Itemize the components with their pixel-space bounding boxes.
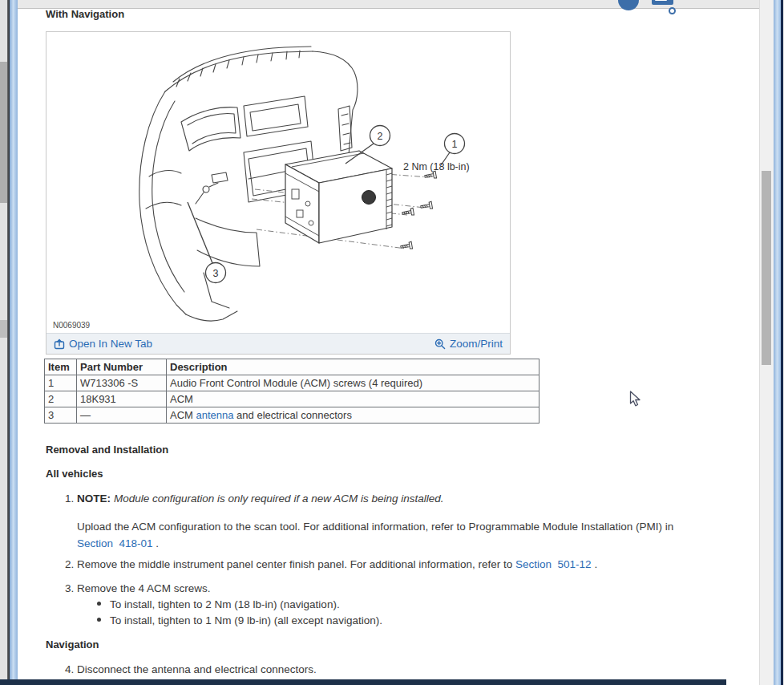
parts-table: Item Part Number Description 1 W713306 -… [44, 359, 540, 424]
zoom-print-label: Zoom/Print [450, 338, 503, 350]
open-in-new-tab-label: Open In New Tab [69, 338, 152, 350]
table-row: 1 W713306 -S Audio Front Control Module … [45, 375, 540, 391]
print-icon-slot [655, 0, 667, 1]
window-left-border [10, 0, 18, 685]
section-501-12-link[interactable]: Section 501-12 [515, 558, 592, 570]
screw-icons [400, 171, 436, 250]
unit-knob [362, 191, 376, 205]
col-header-description: Description [167, 359, 540, 375]
page-title: With Navigation [46, 8, 124, 20]
diagram-svg: 2 1 3 2 Nm (18 lb-in) [46, 32, 510, 333]
bullet-text: To install, tighten to 1 Nm (9 lb-in) (a… [110, 614, 382, 626]
step-number: 1. [65, 492, 77, 505]
bullet-icon [97, 602, 101, 606]
description-text: and electrical connectors [234, 409, 352, 421]
paragraph-text: Upload the ACM configuration to the scan… [77, 521, 673, 533]
bullet-icon [97, 618, 101, 622]
print-icon-ring [669, 7, 676, 14]
bullet-item: To install, tighten to 1 Nm (9 lb-in) (a… [97, 614, 382, 626]
left-panel-block [0, 320, 7, 338]
col-header-part-number: Part Number [77, 359, 167, 375]
step-text: Disconnect the antenna and electrical co… [77, 663, 317, 675]
mouse-cursor [629, 391, 641, 407]
step-4: 4. Disconnect the antenna and electrical… [65, 663, 317, 675]
table-row: 2 18K931 ACM [45, 391, 540, 407]
note-label: NOTE: [77, 492, 111, 505]
figure-toolbar: Open In New Tab Zoom/Print [46, 333, 510, 354]
heading-navigation: Navigation [46, 638, 99, 651]
cell-part-number: — [77, 407, 167, 424]
step-text: Remove the middle instrument panel cente… [77, 558, 597, 570]
print-icon[interactable] [652, 0, 673, 10]
cell-part-number: W713306 -S [77, 375, 167, 391]
description-text: ACM [170, 409, 196, 421]
zoom-print-link[interactable]: Zoom/Print [434, 338, 503, 350]
note-text: Module configuration is only required if… [114, 492, 443, 505]
toolbar [18, 0, 774, 9]
step-text: NOTE:Module configuration is only requir… [77, 492, 443, 505]
step-text-body: Remove the middle instrument panel cente… [77, 558, 515, 570]
open-in-new-tab-icon [54, 338, 65, 350]
step-number: 2. [65, 558, 77, 570]
bullet-text: To install, tighten to 2 Nm (18 lb-in) (… [110, 598, 340, 610]
step-2: 2. Remove the middle instrument panel ce… [65, 558, 754, 570]
figure-panel: 2 1 3 2 Nm (18 lb-in) N0069039 Open In N… [46, 31, 511, 355]
heading-removal-and-installation: Removal and Installation [46, 444, 168, 456]
step-1: 1. NOTE:Module configuration is only req… [65, 492, 443, 505]
drawing-id: N0069039 [53, 321, 90, 330]
step-number: 4. [65, 663, 77, 675]
step-3: 3. Remove the 4 ACM screws. [65, 582, 211, 594]
table-row: 3 — ACM antenna and electrical connector… [45, 407, 540, 424]
cell-item: 2 [45, 391, 77, 407]
bullet-item: To install, tighten to 2 Nm (18 lb-in) (… [97, 598, 340, 610]
step-text: Remove the 4 ACM screws. [77, 582, 211, 594]
cell-description: Audio Front Control Module (ACM) screws … [167, 375, 540, 391]
vertical-scrollbar-thumb[interactable] [762, 171, 771, 365]
col-header-item: Item [45, 359, 77, 375]
exploded-view-diagram: 2 1 3 2 Nm (18 lb-in) N0069039 [46, 32, 510, 333]
step-text-after: . [592, 558, 598, 570]
cell-part-number: 18K931 [77, 391, 167, 407]
callout-1-label: 1 [452, 139, 458, 150]
cell-item: 3 [45, 407, 77, 424]
cell-item: 1 [45, 375, 77, 391]
callout-2-label: 2 [378, 131, 383, 142]
torque-label: 2 Nm (18 lb-in) [403, 161, 470, 172]
callout-3-label: 3 [213, 268, 219, 279]
cell-description: ACM antenna and electrical connectors [167, 407, 540, 424]
zoom-plus-icon [434, 338, 446, 350]
open-in-new-tab-link[interactable]: Open In New Tab [54, 338, 152, 350]
paragraph-after: . [153, 537, 160, 549]
step-1-paragraph: Upload the ACM configuration to the scan… [77, 518, 742, 552]
bottom-bar [0, 679, 726, 685]
section-418-01-link[interactable]: Section 418-01 [77, 537, 153, 549]
table-header-row: Item Part Number Description [45, 359, 540, 375]
cell-description: ACM [167, 391, 540, 407]
left-scrollbar-thumb[interactable] [0, 62, 7, 203]
heading-all-vehicles: All vehicles [46, 468, 103, 480]
step-number: 3. [65, 582, 77, 594]
antenna-link[interactable]: antenna [196, 409, 234, 421]
window-right-border [774, 0, 781, 685]
